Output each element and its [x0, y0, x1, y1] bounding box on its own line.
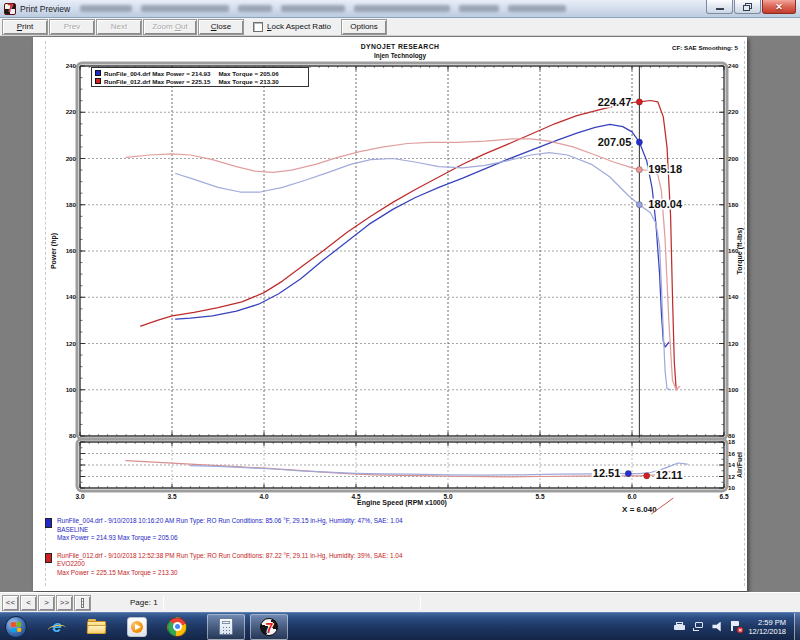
svg-text:12: 12 — [728, 473, 735, 480]
page-number-label: Page: 1 — [130, 598, 158, 607]
legend-row-baseline: RunFile_004.drf Max Power = 214.93 Max T… — [95, 69, 305, 77]
preview-area: 8080100100120120140140160160180180200200… — [0, 36, 800, 592]
svg-text:220: 220 — [66, 108, 77, 115]
svg-text:100: 100 — [728, 386, 739, 393]
svg-text:160: 160 — [66, 247, 77, 254]
windows-flag-icon — [11, 621, 22, 632]
dyno-chart: 8080100100120120140140160160180180200200… — [33, 37, 747, 591]
restore-button[interactable] — [734, 0, 761, 14]
svg-text:220: 220 — [728, 108, 739, 115]
run1-max: Max Power = 214.93 Max Torque = 205.06 — [57, 534, 725, 543]
window-controls: ✕ — [705, 0, 796, 14]
next-page-button[interactable]: > — [38, 595, 55, 611]
show-desktop-button[interactable] — [794, 613, 800, 640]
airfuel-axis-label: Air/Fuel — [736, 452, 743, 478]
legend-swatch-red — [95, 78, 101, 84]
svg-text:X = 6.040: X = 6.040 — [622, 505, 657, 514]
volume-tray-icon[interactable] — [712, 622, 723, 632]
close-icon: ✕ — [775, 2, 783, 12]
page-setup-icon — [81, 598, 84, 608]
run1-name: BASELINE — [57, 526, 725, 535]
toolbar: Print Prev Next Zoom Out Close Lock Aspe… — [0, 18, 800, 36]
redacted-title-text — [80, 5, 705, 12]
media-player-icon[interactable] — [127, 617, 147, 637]
svg-text:120: 120 — [728, 340, 739, 347]
pager-bar: << < > >> Page: 1 — [0, 592, 800, 612]
close-preview-button[interactable]: Close — [198, 19, 244, 35]
svg-text:80: 80 — [69, 432, 76, 439]
svg-text:120: 120 — [66, 340, 77, 347]
chart-header-line1: DYNOJET RESEARCH — [200, 43, 600, 50]
minimize-button[interactable] — [706, 0, 733, 14]
run-info-block: RunFile_004.drf - 9/10/2018 10:16:20 AM … — [45, 517, 725, 587]
internet-explorer-icon[interactable]: e — [47, 617, 67, 637]
window-title: Print Preview — [20, 4, 70, 14]
torque-axis-label: Torque (ft-lbs) — [736, 228, 743, 275]
options-button[interactable]: Options — [341, 19, 387, 35]
run-info-evo2200: RunFile_012.drf - 9/10/2018 12:52:38 PM … — [45, 552, 725, 578]
next-button[interactable]: Next — [96, 19, 142, 35]
svg-text:140: 140 — [66, 293, 77, 300]
run-marker-blue — [45, 518, 52, 528]
smoothing-note: CF: SAE Smoothing: 5 — [672, 44, 738, 51]
lock-aspect-ratio-label: Lock Aspect Ratio — [267, 22, 331, 31]
page-setup-button[interactable] — [74, 595, 91, 611]
titlebar: Print Preview ✕ — [0, 0, 800, 18]
start-button[interactable] — [5, 616, 27, 638]
action-center-flag-icon[interactable]: ✕ — [730, 621, 741, 632]
svg-text:200: 200 — [728, 155, 739, 162]
run-marker-red — [45, 553, 52, 563]
svg-text:200: 200 — [66, 155, 77, 162]
last-page-button[interactable]: >> — [56, 595, 73, 611]
svg-text:18: 18 — [728, 438, 735, 445]
clock-date: 12/12/2018 — [748, 627, 786, 636]
svg-text:180: 180 — [728, 201, 739, 208]
network-tray-icon[interactable] — [693, 622, 705, 632]
engine-speed-axis-label: Engine Speed (RPM x1000) — [80, 499, 724, 506]
svg-text:16: 16 — [728, 450, 735, 457]
left-margin-guide — [45, 41, 46, 586]
svg-text:12.51: 12.51 — [593, 467, 621, 479]
file-explorer-icon[interactable] — [87, 618, 107, 638]
close-window-button[interactable]: ✕ — [762, 0, 796, 14]
svg-text:207.05: 207.05 — [598, 136, 632, 148]
chart-header-line2: Injen Technology — [200, 52, 600, 59]
svg-text:12.11: 12.11 — [656, 469, 683, 481]
printer-tray-icon[interactable] — [674, 622, 686, 631]
power-axis-label: Power (hp) — [50, 233, 57, 269]
svg-text:240: 240 — [728, 62, 739, 69]
legend-swatch-blue — [95, 70, 101, 76]
print-button[interactable]: Print — [2, 19, 48, 35]
run-info-baseline: RunFile_004.drf - 9/10/2018 10:16:20 AM … — [45, 517, 725, 543]
run2-details: RunFile_012.drf - 9/10/2018 12:52:38 PM … — [57, 552, 725, 561]
legend-row-evo2200: RunFile_012.drf Max Power = 225.15 Max T… — [95, 77, 305, 85]
preview-page: 8080100100120120140140160160180180200200… — [33, 37, 747, 591]
app-icon — [4, 3, 16, 15]
chrome-icon[interactable] — [167, 617, 187, 637]
prev-page-button[interactable]: < — [20, 595, 37, 611]
winpep7-taskbar-button[interactable]: 7 — [250, 614, 288, 640]
svg-text:224.47: 224.47 — [598, 96, 632, 108]
chart-legend: RunFile_004.drf Max Power = 214.93 Max T… — [91, 67, 309, 87]
calculator-icon — [219, 618, 233, 635]
print-preview-window: Print Preview ✕ Print Prev Next Zoom Out… — [0, 0, 800, 640]
svg-text:180.04: 180.04 — [648, 198, 683, 210]
restore-icon — [743, 3, 752, 11]
svg-text:10: 10 — [728, 484, 735, 491]
zoom-out-button[interactable]: Zoom Out — [143, 19, 197, 35]
run2-max: Max Power = 225.15 Max Torque = 213.30 — [57, 569, 725, 578]
taskbar-clock[interactable]: 2:59 PM 12/12/2018 — [748, 618, 786, 636]
winpep7-icon: 7 — [260, 618, 278, 636]
prev-button[interactable]: Prev — [49, 19, 95, 35]
lock-aspect-ratio-checkbox[interactable] — [253, 22, 263, 32]
first-page-button[interactable]: << — [2, 595, 19, 611]
calculator-taskbar-button[interactable] — [207, 614, 245, 640]
clock-time: 2:59 PM — [748, 618, 786, 627]
right-margin-guide — [744, 41, 745, 586]
svg-text:195.18: 195.18 — [648, 163, 682, 175]
lock-aspect-ratio-control: Lock Aspect Ratio — [253, 22, 331, 32]
minimize-icon — [716, 8, 724, 10]
run2-name: EVO2200 — [57, 560, 725, 569]
system-tray: ✕ 2:59 PM 12/12/2018 — [674, 613, 800, 640]
svg-text:140: 140 — [728, 293, 739, 300]
